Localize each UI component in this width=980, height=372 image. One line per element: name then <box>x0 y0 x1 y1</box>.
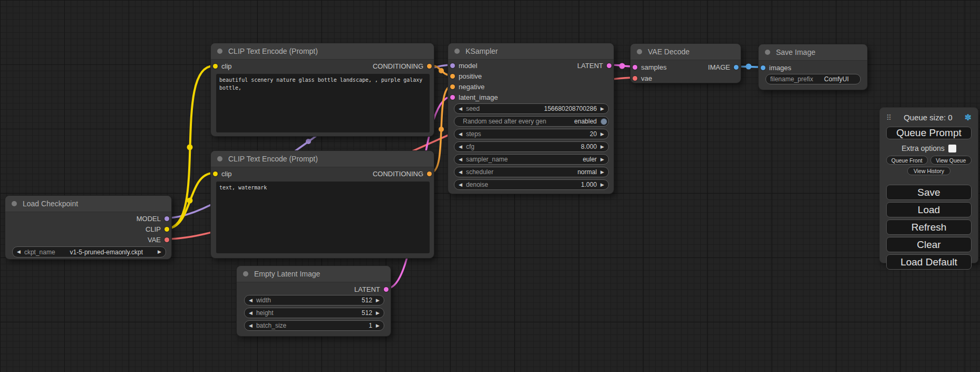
node-header[interactable]: KSampler <box>448 43 614 60</box>
input-slot-negative[interactable]: negative <box>450 82 484 91</box>
image-port-icon[interactable] <box>761 65 765 70</box>
node-header[interactable]: Empty Latent Image <box>237 266 391 282</box>
widget-denoise[interactable]: ◀ denoise 1.000 ▶ <box>454 179 609 190</box>
clip-port-icon[interactable] <box>213 171 218 176</box>
collapse-dot[interactable] <box>637 49 642 54</box>
clear-button[interactable]: Clear <box>886 237 972 252</box>
node-ksampler[interactable]: KSampler model positive negative latent_… <box>448 43 614 194</box>
output-slot-model[interactable]: MODEL <box>137 214 169 223</box>
widget-scheduler[interactable]: ◀ scheduler normal ▶ <box>454 167 609 177</box>
widget-ckpt-name[interactable]: ◀ ckpt_name v1-5-pruned-emaonly.ckpt ▶ <box>12 246 166 257</box>
drag-handle-icon[interactable]: ⠿ <box>886 113 891 122</box>
prompt-textarea[interactable]: text, watermark <box>216 182 430 253</box>
collapse-dot[interactable] <box>765 50 770 55</box>
increment-arrow-icon[interactable]: ▶ <box>600 145 604 149</box>
input-slot-clip[interactable]: clip <box>213 62 232 70</box>
input-slot-clip[interactable]: clip <box>213 169 232 178</box>
extra-options-checkbox[interactable] <box>948 145 956 152</box>
latent-port-icon[interactable] <box>607 63 612 68</box>
conditioning-port-icon[interactable] <box>450 84 455 89</box>
node-vae-decode[interactable]: VAE Decode samples vae IMAGE <box>630 43 741 83</box>
conditioning-port-icon[interactable] <box>427 64 432 69</box>
output-slot-vae[interactable]: VAE <box>148 235 169 244</box>
increment-arrow-icon[interactable]: ▶ <box>600 157 604 162</box>
decrement-arrow-icon[interactable]: ◀ <box>249 298 253 303</box>
widget-batch-size[interactable]: ◀ batch_size 1 ▶ <box>244 320 384 331</box>
node-clip-text-encode-negative[interactable]: CLIP Text Encode (Prompt) clip CONDITION… <box>210 150 434 259</box>
collapse-dot[interactable] <box>217 49 222 54</box>
input-slot-model[interactable]: model <box>450 61 477 70</box>
widget-cfg[interactable]: ◀ cfg 8.000 ▶ <box>454 141 609 152</box>
conditioning-port-icon[interactable] <box>427 171 432 176</box>
increment-arrow-icon[interactable]: ▶ <box>158 250 161 254</box>
load-button[interactable]: Load <box>886 202 972 217</box>
node-header[interactable]: Save Image <box>759 44 867 61</box>
node-clip-text-encode-positive[interactable]: CLIP Text Encode (Prompt) clip CONDITION… <box>210 43 434 137</box>
increment-arrow-icon[interactable]: ▶ <box>376 298 380 303</box>
decrement-arrow-icon[interactable]: ◀ <box>459 170 462 175</box>
node-header[interactable]: VAE Decode <box>630 44 741 60</box>
conditioning-port-icon[interactable] <box>450 74 455 79</box>
collapse-dot[interactable] <box>12 201 17 206</box>
vae-port-icon[interactable] <box>164 237 169 242</box>
output-slot-latent[interactable]: LATENT <box>354 285 389 293</box>
collapse-dot[interactable] <box>454 49 460 54</box>
vae-port-icon[interactable] <box>633 76 637 81</box>
model-port-icon[interactable] <box>164 216 169 221</box>
node-load-checkpoint[interactable]: Load Checkpoint MODEL CLIP VAE ◀ ckpt_na… <box>5 195 172 260</box>
queue-prompt-button[interactable]: Queue Prompt <box>886 127 972 139</box>
save-button[interactable]: Save <box>886 185 972 200</box>
decrement-arrow-icon[interactable]: ◀ <box>17 250 21 254</box>
input-slot-latent-image[interactable]: latent_image <box>450 93 498 101</box>
widget-steps[interactable]: ◀ steps 20 ▶ <box>454 129 609 139</box>
widget-width[interactable]: ◀ width 512 ▶ <box>244 295 384 306</box>
output-slot-image[interactable]: IMAGE <box>708 63 739 71</box>
queue-front-button[interactable]: Queue Front <box>886 156 928 165</box>
widget-seed[interactable]: ◀ seed 156680208700286 ▶ <box>454 103 609 114</box>
gear-icon[interactable]: ✽ <box>965 112 972 122</box>
output-slot-latent[interactable]: LATENT <box>577 61 612 70</box>
decrement-arrow-icon[interactable]: ◀ <box>249 323 253 328</box>
load-default-button[interactable]: Load Default <box>886 254 972 270</box>
increment-arrow-icon[interactable]: ▶ <box>376 323 380 328</box>
prompt-textarea[interactable]: beautiful scenery nature glass bottle la… <box>216 74 430 132</box>
latent-port-icon[interactable] <box>450 95 455 100</box>
increment-arrow-icon[interactable]: ▶ <box>600 170 604 175</box>
input-slot-images[interactable]: images <box>761 63 791 72</box>
increment-arrow-icon[interactable]: ▶ <box>600 132 604 137</box>
refresh-button[interactable]: Refresh <box>886 220 972 235</box>
decrement-arrow-icon[interactable]: ◀ <box>459 107 462 111</box>
widget-sampler-name[interactable]: ◀ sampler_name euler ▶ <box>454 154 609 165</box>
widget-filename-prefix[interactable]: filename_prefix ComfyUI <box>765 74 861 84</box>
input-slot-vae[interactable]: vae <box>633 74 652 82</box>
model-port-icon[interactable] <box>450 63 455 68</box>
node-graph-canvas[interactable]: Load Checkpoint MODEL CLIP VAE ◀ ckpt_na… <box>0 0 980 372</box>
node-save-image[interactable]: Save Image images filename_prefix ComfyU… <box>758 44 868 90</box>
clip-port-icon[interactable] <box>213 64 218 69</box>
widget-height[interactable]: ◀ height 512 ▶ <box>244 308 384 318</box>
output-slot-conditioning[interactable]: CONDITIONING <box>373 169 432 178</box>
collapse-dot[interactable] <box>217 156 222 161</box>
decrement-arrow-icon[interactable]: ◀ <box>459 183 462 187</box>
decrement-arrow-icon[interactable]: ◀ <box>459 157 462 162</box>
clip-port-icon[interactable] <box>164 227 169 232</box>
image-port-icon[interactable] <box>734 65 739 70</box>
decrement-arrow-icon[interactable]: ◀ <box>459 132 462 137</box>
node-header[interactable]: CLIP Text Encode (Prompt) <box>211 151 434 167</box>
node-header[interactable]: Load Checkpoint <box>5 196 171 212</box>
latent-port-icon[interactable] <box>633 65 637 70</box>
collapse-dot[interactable] <box>243 271 248 276</box>
node-empty-latent-image[interactable]: Empty Latent Image LATENT ◀ width 512 ▶ … <box>236 265 391 337</box>
increment-arrow-icon[interactable]: ▶ <box>376 311 380 316</box>
input-slot-positive[interactable]: positive <box>450 72 482 80</box>
decrement-arrow-icon[interactable]: ◀ <box>249 311 253 316</box>
view-history-button[interactable]: View History <box>907 167 950 175</box>
input-slot-samples[interactable]: samples <box>633 63 666 71</box>
node-header[interactable]: CLIP Text Encode (Prompt) <box>211 43 434 60</box>
widget-random-seed-toggle[interactable]: Random seed after every gen enabled <box>454 116 609 127</box>
toggle-dot-icon[interactable] <box>600 118 607 125</box>
output-slot-conditioning[interactable]: CONDITIONING <box>373 62 432 70</box>
increment-arrow-icon[interactable]: ▶ <box>600 183 604 187</box>
latent-port-icon[interactable] <box>384 287 389 292</box>
view-queue-button[interactable]: View Queue <box>930 156 972 165</box>
